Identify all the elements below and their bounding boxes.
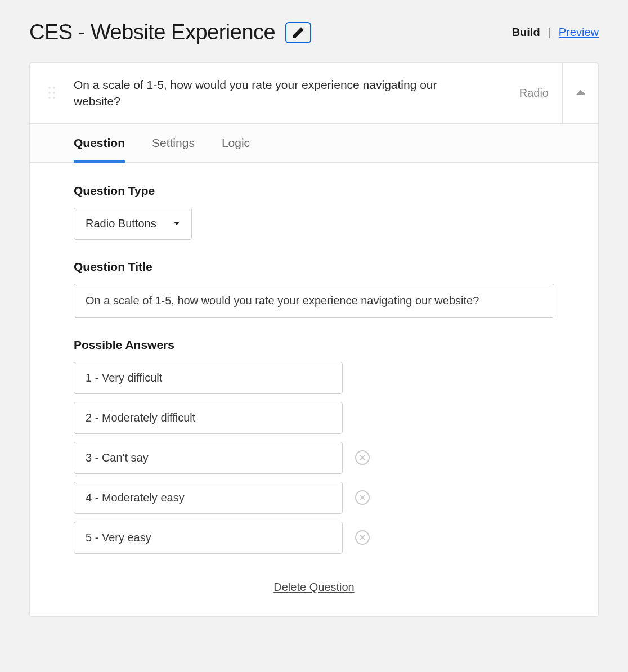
page-header: CES - Website Experience Build | Preview: [29, 20, 599, 44]
page-title: CES - Website Experience: [29, 20, 275, 44]
question-title-label: Question Title: [74, 260, 554, 274]
nav-preview[interactable]: Preview: [559, 26, 599, 39]
answer-row: [74, 362, 554, 394]
answer-input[interactable]: [74, 522, 343, 554]
collapse-toggle[interactable]: [562, 63, 598, 123]
svg-point-3: [53, 92, 55, 94]
answer-input[interactable]: [74, 482, 343, 514]
tab-settings[interactable]: Settings: [152, 124, 195, 162]
chevron-down-icon: [173, 221, 180, 226]
question-type-value: Radio Buttons: [86, 217, 156, 230]
remove-answer-button[interactable]: [355, 530, 370, 545]
nav-build[interactable]: Build: [512, 26, 540, 39]
tab-logic[interactable]: Logic: [222, 124, 250, 162]
answer-row: [74, 442, 554, 474]
svg-point-1: [53, 87, 55, 89]
question-type-label: Question Type: [74, 184, 554, 198]
question-title-input[interactable]: [74, 284, 554, 318]
svg-point-5: [53, 97, 55, 99]
drag-icon: [47, 85, 57, 101]
chevron-up-icon: [576, 90, 585, 96]
question-type-badge: Radio: [519, 87, 549, 100]
question-type-select[interactable]: Radio Buttons: [74, 208, 192, 240]
question-summary: On a scale of 1-5, how would you rate yo…: [74, 63, 562, 123]
drag-handle[interactable]: [30, 63, 74, 123]
card-body: Question Type Radio Buttons Question Tit…: [30, 163, 598, 616]
question-summary-text: On a scale of 1-5, how would you rate yo…: [74, 77, 456, 110]
question-card: On a scale of 1-5, how would you rate yo…: [29, 62, 599, 617]
tabs: Question Settings Logic: [30, 124, 598, 163]
pencil-icon: [292, 26, 304, 39]
remove-answer-button[interactable]: [355, 490, 370, 505]
answers-list: [74, 362, 554, 554]
answer-row: [74, 482, 554, 514]
nav-separator: |: [548, 26, 551, 39]
svg-point-0: [48, 87, 51, 89]
mode-nav: Build | Preview: [512, 26, 599, 39]
title-group: CES - Website Experience: [29, 20, 311, 44]
answer-input[interactable]: [74, 442, 343, 474]
answer-row: [74, 522, 554, 554]
svg-point-2: [48, 92, 51, 94]
answer-input[interactable]: [74, 362, 343, 394]
answer-input[interactable]: [74, 402, 343, 434]
delete-question-link[interactable]: Delete Question: [74, 581, 554, 594]
remove-answer-button[interactable]: [355, 450, 370, 465]
close-icon: [360, 455, 365, 460]
close-icon: [360, 495, 365, 500]
tab-question[interactable]: Question: [74, 124, 125, 162]
close-icon: [360, 535, 365, 540]
edit-title-button[interactable]: [285, 22, 311, 43]
answer-row: [74, 402, 554, 434]
card-header: On a scale of 1-5, how would you rate yo…: [30, 63, 598, 124]
svg-point-4: [48, 97, 51, 99]
possible-answers-label: Possible Answers: [74, 338, 554, 352]
